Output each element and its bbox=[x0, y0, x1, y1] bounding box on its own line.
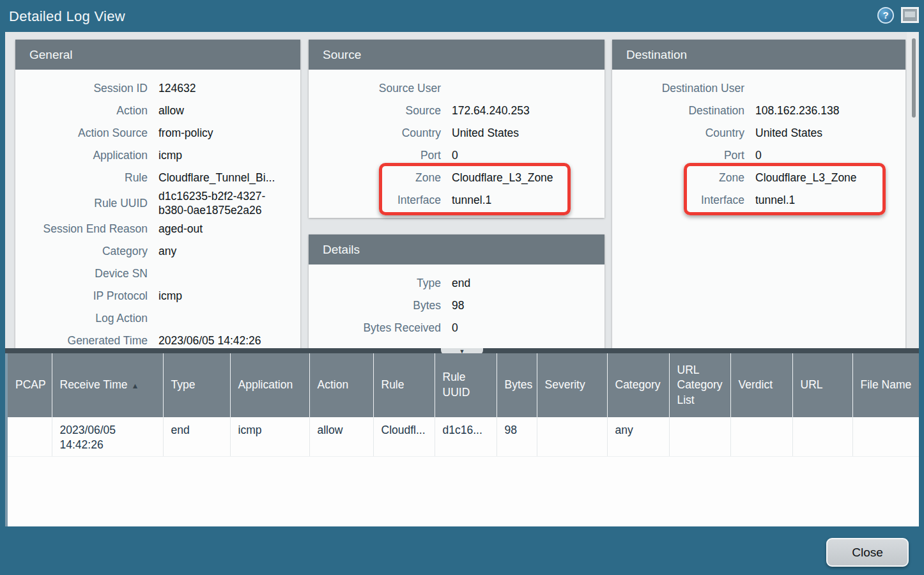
dialog-title: Detailed Log View bbox=[9, 8, 125, 25]
field-value: United States bbox=[452, 126, 604, 140]
field-value: 108.162.236.138 bbox=[755, 103, 905, 118]
column-label: Receive Time bbox=[60, 378, 128, 391]
column-label: Severity bbox=[545, 378, 585, 391]
field-value: Cloudflare_Tunnel_Bi... bbox=[158, 171, 300, 185]
field-label: Zone bbox=[309, 171, 452, 185]
column-header-url[interactable]: URL bbox=[792, 353, 852, 417]
field-label: Destination bbox=[612, 104, 755, 118]
field-label: Interface bbox=[612, 194, 755, 207]
column-label: File Name bbox=[861, 378, 912, 391]
field-label: Action bbox=[15, 104, 158, 118]
cell-type: end bbox=[163, 417, 230, 456]
field-value: Cloudflare_L3_Zone bbox=[452, 171, 604, 185]
field-value: any bbox=[158, 244, 300, 258]
cell-application: icmp bbox=[230, 417, 309, 456]
field-row-ip-protocol: IP Protocol icmp bbox=[15, 285, 300, 307]
column-header-type[interactable]: Type bbox=[163, 353, 230, 417]
field-label: Session ID bbox=[15, 82, 158, 95]
column-label: Action bbox=[318, 378, 349, 391]
cell-url bbox=[792, 417, 852, 456]
field-label: Country bbox=[612, 126, 755, 140]
column-label: Type bbox=[171, 378, 196, 391]
field-label: Port bbox=[309, 149, 452, 162]
field-row-country: Country United States bbox=[612, 122, 905, 144]
field-row-bytes: Bytes 98 bbox=[309, 295, 604, 317]
field-value: 172.64.240.253 bbox=[452, 103, 604, 118]
field-row-destination-user: Destination User bbox=[612, 77, 905, 100]
log-table: PCAP Receive Time▲ Type Application Acti… bbox=[8, 353, 919, 457]
field-row-action-source: Action Source from-policy bbox=[15, 122, 300, 144]
field-row-log-action: Log Action bbox=[15, 307, 300, 330]
field-value: tunnel.1 bbox=[452, 193, 604, 207]
column-header-category[interactable]: Category bbox=[607, 353, 669, 417]
field-row-type: Type end bbox=[309, 272, 604, 295]
field-row-bytes-received: Bytes Received 0 bbox=[309, 317, 604, 339]
column-header-severity[interactable]: Severity bbox=[537, 353, 607, 417]
column-label: PCAP bbox=[15, 378, 46, 391]
field-label: Rule bbox=[15, 171, 158, 185]
field-value: end bbox=[452, 276, 604, 290]
field-label: Destination User bbox=[612, 82, 755, 95]
column-header-rule[interactable]: Rule bbox=[373, 353, 435, 417]
source-panel-title: Source bbox=[309, 40, 604, 70]
column-label: URL Category List bbox=[677, 364, 723, 406]
field-label: Action Source bbox=[15, 126, 158, 140]
window-restore-icon[interactable] bbox=[901, 7, 919, 23]
field-row-source-user: Source User bbox=[309, 77, 604, 100]
field-value: Cloudflare_L3_Zone bbox=[755, 171, 905, 185]
help-icon[interactable]: ? bbox=[877, 7, 894, 24]
field-row-rule-uuid: Rule UUID d1c16235-b2f2-4327-b380-0ae187… bbox=[15, 189, 300, 218]
log-table-row[interactable]: 2023/06/05 14:42:26 end icmp allow Cloud… bbox=[8, 417, 919, 456]
column-label: Rule bbox=[381, 378, 404, 391]
field-row-destination: Destination 108.162.236.138 bbox=[612, 100, 905, 122]
panels-scrollbar-thumb[interactable] bbox=[912, 38, 916, 118]
field-row-port: Port 0 bbox=[612, 144, 905, 167]
field-label: Session End Reason bbox=[15, 222, 158, 236]
column-label: Verdict bbox=[739, 378, 773, 391]
column-header-rule-uuid[interactable]: Rule UUID bbox=[435, 353, 497, 417]
column-header-verdict[interactable]: Verdict bbox=[730, 353, 792, 417]
field-row-port: Port 0 bbox=[309, 144, 604, 167]
column-header-file-name[interactable]: File Name bbox=[852, 353, 919, 417]
close-button[interactable]: Close bbox=[826, 538, 909, 567]
column-header-receive-time[interactable]: Receive Time▲ bbox=[52, 353, 163, 417]
field-label: Port bbox=[612, 149, 755, 162]
general-panel-title: General bbox=[15, 40, 300, 70]
column-label: Category bbox=[615, 378, 661, 391]
field-value: 98 bbox=[452, 298, 604, 312]
cell-verdict bbox=[730, 417, 792, 456]
field-label: Bytes Received bbox=[309, 321, 452, 335]
sort-ascending-icon: ▲ bbox=[132, 381, 139, 390]
field-row-session-end-reason: Session End Reason aged-out bbox=[15, 218, 300, 240]
field-value: from-policy bbox=[158, 126, 300, 140]
column-header-url-category-list[interactable]: URL Category List bbox=[669, 353, 730, 417]
log-table-header-row: PCAP Receive Time▲ Type Application Acti… bbox=[8, 353, 919, 417]
cell-file-name bbox=[852, 417, 919, 456]
cell-rule: Cloudfl... bbox=[373, 417, 435, 456]
details-panel-title: Details bbox=[309, 234, 604, 264]
column-header-application[interactable]: Application bbox=[230, 353, 309, 417]
field-label: Log Action bbox=[15, 312, 158, 325]
column-header-action[interactable]: Action bbox=[309, 353, 373, 417]
field-value: aged-out bbox=[158, 222, 300, 236]
cell-severity bbox=[537, 417, 607, 456]
field-label: Zone bbox=[612, 171, 755, 185]
details-panel: Details Type end Bytes 98 Bytes Received… bbox=[309, 234, 604, 348]
field-value: icmp bbox=[158, 148, 300, 162]
field-label: Application bbox=[15, 149, 158, 162]
field-label: Interface bbox=[309, 194, 452, 207]
field-value: tunnel.1 bbox=[755, 193, 905, 207]
field-row-rule: Rule Cloudflare_Tunnel_Bi... bbox=[15, 167, 300, 189]
general-panel: General Session ID 124632 Action allow A… bbox=[15, 40, 300, 348]
destination-panel-title: Destination bbox=[612, 40, 905, 70]
field-value: 2023/06/05 14:42:26 bbox=[158, 334, 300, 348]
field-label: Type bbox=[309, 277, 452, 290]
field-label: Generated Time bbox=[15, 334, 158, 348]
panels-scrollbar-track[interactable] bbox=[907, 32, 918, 348]
field-value: 0 bbox=[452, 321, 604, 335]
field-row-session-id: Session ID 124632 bbox=[15, 77, 300, 100]
destination-panel: Destination Destination User Destination… bbox=[612, 40, 905, 348]
column-header-pcap[interactable]: PCAP bbox=[8, 353, 52, 417]
column-header-bytes[interactable]: Bytes bbox=[497, 353, 537, 417]
cell-action: allow bbox=[309, 417, 373, 456]
